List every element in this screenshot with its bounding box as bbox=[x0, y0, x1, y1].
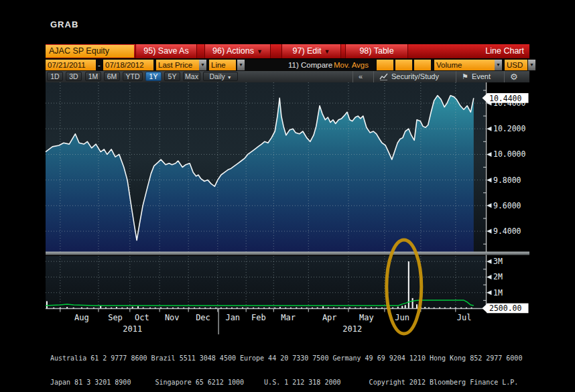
x-axis-month-label: Sep bbox=[108, 313, 123, 322]
x-axis-month-label: Feb bbox=[251, 313, 266, 322]
y-axis-label: 1M bbox=[493, 288, 503, 298]
x-axis-month-label: Nov bbox=[165, 313, 180, 322]
y-axis-label: 9.8000 bbox=[493, 176, 521, 185]
footer-line-2: Japan 81 3 3201 8900 Singapore 65 6212 1… bbox=[50, 379, 519, 387]
x-axis-month-label: Dec bbox=[196, 313, 210, 322]
y-axis-label: 9.6000 bbox=[493, 201, 521, 210]
y-axis-label: 10.0000 bbox=[493, 149, 526, 159]
y-axis-label: 10.2000 bbox=[493, 124, 526, 133]
y-axis-label: 9.4000 bbox=[493, 226, 521, 236]
y-axis-label: 3M bbox=[493, 257, 503, 266]
last-price-tag: 10.4400 bbox=[483, 93, 529, 103]
x-axis-month-label: Jul bbox=[457, 313, 472, 322]
price-volume-chart: 10.400010.200010.00009.80009.60009.40003… bbox=[0, 0, 575, 392]
x-axis-month-label: Jun bbox=[395, 313, 409, 322]
footer-line-1: Australia 61 2 9777 8600 Brazil 5511 304… bbox=[50, 354, 519, 363]
panel-splitter[interactable] bbox=[46, 252, 529, 255]
x-axis-year-label: 2011 bbox=[123, 324, 142, 334]
svg-text:10.4400: 10.4400 bbox=[489, 94, 522, 103]
x-axis-month-label: Jan bbox=[225, 313, 240, 322]
svg-text:2500.00: 2500.00 bbox=[489, 304, 522, 313]
x-axis-month-label: Apr bbox=[322, 313, 337, 322]
x-axis-month-label: Aug bbox=[74, 313, 89, 322]
x-axis-year-label: 2012 bbox=[342, 324, 362, 334]
x-axis-month-label: Oct bbox=[135, 313, 149, 322]
last-volume-tag: 2500.00 bbox=[483, 304, 529, 314]
x-axis-month-label: May bbox=[359, 313, 374, 322]
x-axis-month-label: Mar bbox=[281, 313, 296, 322]
footer: Australia 61 2 9777 8600 Brazil 5511 304… bbox=[50, 338, 519, 392]
y-axis-label: 2M bbox=[493, 272, 503, 281]
